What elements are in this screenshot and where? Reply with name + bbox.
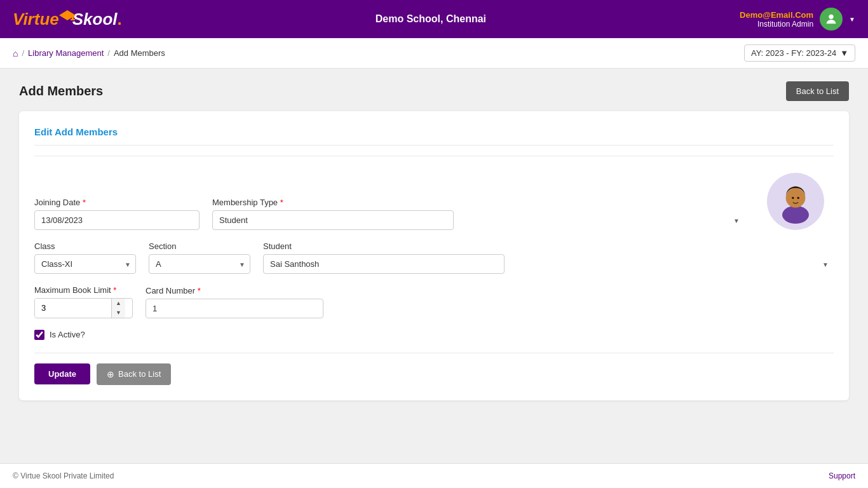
user-menu-chevron[interactable]: ▼ — [849, 16, 855, 23]
svg-rect-2 — [71, 19, 75, 20]
class-group: Class Class-IClass-IIClass-III Class-IVC… — [34, 241, 136, 274]
student-select[interactable]: Sai Santhosh — [263, 254, 505, 274]
is-active-checkbox[interactable] — [34, 330, 44, 340]
max-book-required: * — [113, 285, 116, 295]
main-card: Edit Add Members Joining Date * Membersh… — [19, 111, 849, 400]
user-role: Institution Admin — [740, 20, 813, 29]
svg-point-4 — [782, 206, 809, 224]
breadcrumb-sep-1: / — [22, 48, 24, 58]
section-select-wrapper: ABCD — [149, 254, 250, 274]
card-number-input[interactable] — [146, 299, 323, 318]
joining-date-input[interactable] — [34, 210, 200, 230]
stepper-up-button[interactable]: ▲ — [112, 299, 125, 308]
ay-selector[interactable]: AY: 2023 - FY: 2023-24 ▼ — [744, 44, 855, 62]
membership-type-label: Membership Type * — [212, 198, 745, 207]
membership-type-group: Membership Type * Student Staff Other — [212, 198, 745, 230]
form-row-1: Joining Date * Membership Type * Student… — [34, 166, 834, 230]
membership-type-required: * — [280, 198, 283, 207]
joining-date-group: Joining Date * — [34, 198, 200, 230]
svg-point-7 — [797, 197, 799, 200]
school-name: Demo School, Chennai — [376, 13, 486, 25]
page-header: Add Members Back to List — [19, 81, 849, 101]
back-to-list-top-button[interactable]: Back to List — [786, 81, 849, 101]
breadcrumb: ⌂ / Library Management / Add Members — [13, 48, 165, 58]
max-book-limit-group: Maximum Book Limit * ▲ ▼ — [34, 285, 133, 318]
student-group: Student Sai Santhosh — [263, 241, 834, 274]
main-content: Add Members Back to List Edit Add Member… — [0, 69, 868, 463]
user-avatar[interactable] — [820, 8, 843, 30]
form-row-3: Maximum Book Limit * ▲ ▼ Card Number * — [34, 285, 834, 318]
home-icon[interactable]: ⌂ — [13, 48, 18, 58]
is-active-label[interactable]: Is Active? — [50, 330, 85, 339]
membership-type-select[interactable]: Student Staff Other — [212, 210, 454, 230]
update-button[interactable]: Update — [34, 363, 90, 384]
stepper-down-button[interactable]: ▼ — [112, 308, 125, 318]
card-number-group: Card Number * — [146, 286, 323, 318]
card-number-label: Card Number * — [146, 286, 323, 295]
breadcrumb-bar: ⌂ / Library Management / Add Members AY:… — [0, 38, 868, 69]
ay-chevron: ▼ — [840, 48, 848, 58]
class-select-wrapper: Class-IClass-IIClass-III Class-IVClass-V… — [34, 254, 136, 274]
header-right: Demo@Email.Com Institution Admin ▼ — [740, 8, 855, 30]
form-divider-bottom — [34, 353, 834, 353]
student-avatar-area — [757, 166, 834, 230]
back-to-list-button[interactable]: ⊕ Back to List — [97, 363, 171, 385]
action-row: Update ⊕ Back to List — [34, 363, 834, 385]
section-select[interactable]: ABCD — [149, 254, 250, 274]
class-label: Class — [34, 241, 136, 251]
joining-date-required: * — [83, 198, 86, 207]
footer: © Virtue Skool Private Limited Support — [0, 463, 868, 488]
user-info: Demo@Email.Com Institution Admin — [740, 10, 813, 29]
svg-point-3 — [829, 15, 833, 19]
student-select-wrapper: Sai Santhosh — [263, 254, 834, 274]
logo-dot: . — [118, 10, 122, 29]
logo: Virtue Skool . — [13, 10, 122, 29]
svg-point-5 — [786, 188, 806, 208]
max-book-input[interactable] — [35, 299, 111, 317]
is-active-row: Is Active? — [34, 330, 834, 340]
card-number-required: * — [198, 286, 201, 295]
form-row-2: Class Class-IClass-IIClass-III Class-IVC… — [34, 241, 834, 274]
stepper-buttons: ▲ ▼ — [111, 299, 125, 318]
form-divider-top — [34, 156, 834, 156]
user-email: Demo@Email.Com — [740, 10, 813, 20]
logo-virtue: Virtue — [13, 10, 59, 29]
page-title: Add Members — [19, 84, 103, 98]
student-label: Student — [263, 241, 834, 251]
joining-date-label: Joining Date * — [34, 198, 200, 207]
header: Virtue Skool . Demo School, Chennai Demo… — [0, 0, 868, 38]
ay-label: AY: 2023 - FY: 2023-24 — [751, 48, 836, 58]
svg-point-6 — [792, 197, 794, 200]
card-section-title: Edit Add Members — [34, 126, 834, 146]
class-select[interactable]: Class-IClass-IIClass-III Class-IVClass-V… — [34, 254, 136, 274]
max-book-limit-label: Maximum Book Limit * — [34, 285, 133, 295]
max-book-stepper: ▲ ▼ — [34, 298, 133, 318]
footer-support[interactable]: Support — [829, 471, 855, 480]
breadcrumb-current: Add Members — [114, 48, 165, 58]
footer-copyright: © Virtue Skool Private Limited — [13, 471, 114, 480]
breadcrumb-library[interactable]: Library Management — [28, 48, 104, 58]
section-group: Section ABCD — [149, 241, 250, 274]
breadcrumb-sep-2: / — [107, 48, 110, 58]
section-label: Section — [149, 241, 250, 251]
back-list-icon: ⊕ — [107, 369, 114, 379]
membership-type-wrapper: Student Staff Other — [212, 210, 745, 230]
svg-rect-1 — [72, 15, 74, 20]
logo-skool: Skool — [72, 10, 118, 29]
student-avatar — [767, 173, 824, 230]
back-list-label: Back to List — [118, 369, 161, 379]
